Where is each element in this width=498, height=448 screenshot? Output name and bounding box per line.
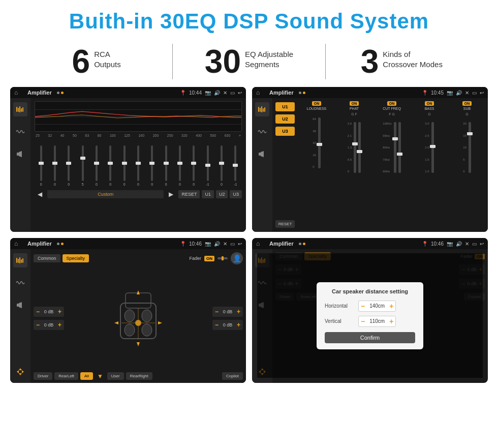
fader-rearleft-btn[interactable]: RearLeft — [54, 372, 78, 380]
window-icon-d[interactable]: ▭ — [472, 241, 477, 247]
svg-rect-17 — [21, 259, 22, 263]
ch-slider-loudness[interactable] — [318, 117, 321, 168]
eq-sidebar-wave[interactable] — [13, 125, 27, 139]
modal-vertical-value: 110cm — [367, 318, 387, 324]
svg-rect-9 — [261, 106, 262, 112]
fader-driver-btn[interactable]: Driver — [34, 372, 52, 380]
location-icon-d: 📍 — [422, 241, 428, 247]
close-icon-cx[interactable]: ✕ — [465, 90, 469, 96]
ch-slider-phat-g[interactable] — [354, 122, 356, 173]
eq-u3-btn[interactable]: U3 — [230, 190, 242, 198]
db-minus-br[interactable]: − — [215, 321, 219, 328]
back-icon-f[interactable]: ↩ — [238, 241, 242, 247]
ch-slider-phat-f[interactable] — [358, 122, 361, 173]
eq-u1-btn[interactable]: U1 — [202, 190, 214, 198]
svg-rect-0 — [16, 107, 17, 112]
db-plus-bl[interactable]: + — [58, 321, 61, 328]
modal-confirm-button[interactable]: Confirm — [325, 332, 415, 343]
eq-freq-labels: 253240506380100125160200250320400500630» — [35, 134, 242, 137]
preset-u2[interactable]: U2 — [275, 114, 295, 124]
reset-btn-cx[interactable]: RESET — [275, 220, 295, 228]
db-plus-tr[interactable]: + — [237, 308, 240, 315]
fader-user-btn[interactable]: User — [107, 372, 124, 380]
svg-marker-23 — [17, 370, 19, 373]
db-minus-bl[interactable]: − — [36, 321, 40, 328]
preset-u3[interactable]: U3 — [275, 127, 295, 136]
svg-marker-37 — [137, 342, 140, 346]
eq-u2-btn[interactable]: U2 — [216, 190, 228, 198]
ch-name-phat: PHAT — [350, 107, 359, 110]
home-icon-fader[interactable]: ⌂ — [14, 240, 22, 248]
ch-slider-bass[interactable] — [431, 122, 434, 173]
ch-on-loudness[interactable]: ON — [312, 101, 322, 106]
close-icon-eq[interactable]: ✕ — [223, 90, 227, 96]
ch-on-sub[interactable]: ON — [462, 101, 472, 106]
ch-on-phat[interactable]: ON — [350, 101, 359, 106]
stat-rca-label: RCAOutputs — [94, 45, 121, 69]
eq-sidebar-equalizer[interactable] — [13, 102, 27, 116]
fader-tab-common[interactable]: Common — [34, 254, 60, 262]
fader-content: Common Specialty Fader ON 👤 — [10, 249, 246, 383]
eq-sidebar-speaker[interactable] — [13, 147, 27, 161]
close-icon-d[interactable]: ✕ — [465, 241, 469, 247]
db-minus-tl[interactable]: − — [36, 308, 40, 315]
modal-vertical-minus[interactable]: − — [361, 317, 365, 325]
eq-bottom-bar: ◀ Custom ▶ RESET U1 U2 U3 — [35, 189, 242, 199]
home-icon-eq[interactable]: ⌂ — [14, 88, 22, 97]
modal-horizontal-minus[interactable]: − — [361, 302, 365, 310]
svg-marker-6 — [19, 151, 22, 157]
window-icon-f[interactable]: ▭ — [230, 241, 235, 247]
cx-sidebar-speaker[interactable] — [255, 147, 269, 161]
eq-prev-btn[interactable]: ◀ — [35, 189, 45, 199]
fader-sidebar-arrows[interactable] — [13, 365, 27, 379]
fader-sidebar-wave[interactable] — [13, 276, 27, 290]
modal-vertical-control: − 110cm + — [358, 316, 396, 327]
svg-marker-38 — [114, 321, 118, 324]
modal-horizontal-plus[interactable]: + — [389, 302, 393, 310]
fader-copilot-btn[interactable]: Copilot — [222, 372, 243, 380]
ch-on-bass[interactable]: ON — [425, 101, 434, 106]
ch-slider-sub[interactable] — [469, 122, 471, 173]
ch-name-bass: BASS — [425, 107, 434, 110]
svg-marker-21 — [19, 368, 22, 370]
db-plus-tl[interactable]: + — [58, 308, 61, 315]
svg-rect-19 — [17, 304, 19, 307]
db-minus-tr[interactable]: − — [215, 308, 219, 315]
close-icon-f[interactable]: ✕ — [223, 241, 227, 247]
page-title: Buith-in 30EQ DSP Sound System — [10, 9, 488, 34]
fader-on-badge[interactable]: ON — [204, 256, 214, 261]
ch-slider-cutfreq-f[interactable] — [394, 122, 396, 173]
ch-slider-cutfreq-g[interactable] — [398, 122, 401, 173]
eq-next-btn[interactable]: ▶ — [166, 189, 176, 199]
time-eq: 10:44 — [189, 90, 202, 96]
fader-all-btn[interactable]: All — [80, 372, 93, 380]
fader-rearright-btn[interactable]: RearRight — [126, 372, 152, 380]
fader-sidebar-eq[interactable] — [13, 253, 27, 267]
window-icon-eq[interactable]: ▭ — [230, 90, 235, 96]
window-icon-cx[interactable]: ▭ — [472, 90, 477, 96]
home-icon-dist[interactable]: ⌂ — [256, 240, 264, 248]
fader-sidebar-speaker[interactable] — [13, 298, 27, 312]
db-plus-br[interactable]: + — [237, 321, 240, 328]
cx-sidebar-wave[interactable] — [255, 125, 269, 139]
crossover-left-sidebar — [252, 98, 272, 232]
eq-slider-8: 0 — [146, 145, 159, 186]
ch-on-cutfreq[interactable]: ON — [387, 101, 397, 106]
back-icon-d[interactable]: ↩ — [480, 241, 484, 247]
svg-rect-5 — [17, 153, 19, 156]
eq-preset-name[interactable]: Custom — [47, 190, 164, 198]
status-dots-dist — [299, 243, 305, 245]
eq-slider-6: 0 — [118, 145, 131, 186]
volume-icon-eq: 🔊 — [214, 90, 220, 96]
fader-tab-specialty[interactable]: Specialty — [63, 254, 89, 262]
svg-marker-13 — [261, 151, 264, 157]
back-icon-cx[interactable]: ↩ — [480, 90, 484, 96]
cx-sidebar-eq[interactable] — [255, 102, 269, 116]
back-icon-eq[interactable]: ↩ — [238, 90, 242, 96]
dot-f-2 — [61, 243, 64, 245]
eq-reset-btn[interactable]: RESET — [178, 190, 200, 198]
preset-u1[interactable]: U1 — [275, 102, 295, 111]
modal-vertical-plus[interactable]: + — [389, 317, 393, 325]
svg-rect-28 — [126, 293, 151, 308]
home-icon-crossover[interactable]: ⌂ — [256, 88, 264, 97]
